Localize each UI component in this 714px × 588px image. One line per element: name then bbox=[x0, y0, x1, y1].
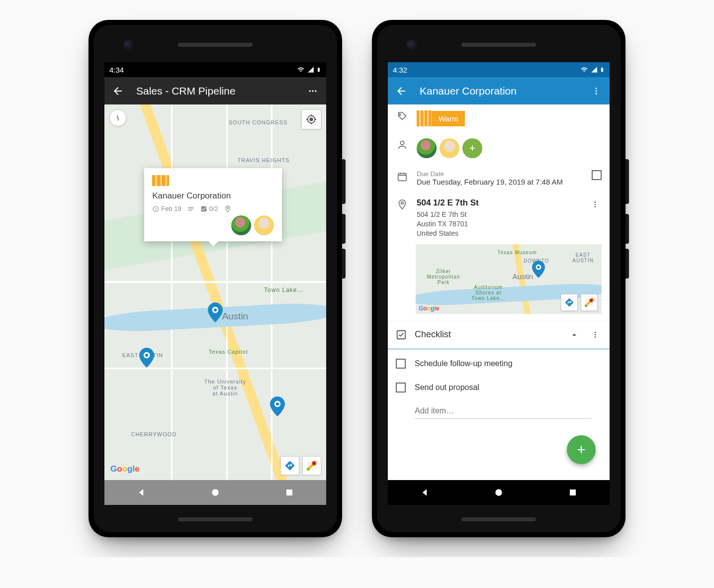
status-time: 4:34 bbox=[109, 66, 124, 74]
due-date-checkbox[interactable] bbox=[592, 170, 602, 180]
svg-point-23 bbox=[401, 202, 404, 204]
address-title: 504 1/2 E 7th St bbox=[417, 198, 581, 208]
detail-body: Warm + Due Date bbox=[388, 104, 610, 480]
arrow-back-icon bbox=[112, 85, 124, 97]
members-row: + bbox=[388, 132, 610, 164]
checklist-more-button[interactable] bbox=[589, 328, 602, 341]
map-label-austin: Austin bbox=[222, 311, 248, 322]
google-maps-icon bbox=[584, 297, 594, 307]
map-pin-austin[interactable] bbox=[208, 302, 223, 322]
status-bar: 4:34 bbox=[104, 62, 326, 77]
nav-recents-button[interactable] bbox=[566, 486, 579, 499]
svg-point-18 bbox=[596, 90, 597, 92]
nav-recents-button[interactable] bbox=[283, 486, 296, 499]
checklist-header[interactable]: Checklist bbox=[388, 321, 610, 348]
add-checklist-input[interactable] bbox=[415, 403, 592, 419]
checklist-checkbox[interactable] bbox=[396, 359, 406, 369]
google-maps-icon bbox=[306, 460, 317, 471]
app-bar: Kanauer Corporation bbox=[388, 77, 610, 104]
battery-icon bbox=[600, 66, 605, 74]
checklist-checkbox[interactable] bbox=[396, 383, 406, 392]
card-title: Kanauer Corporation bbox=[152, 191, 274, 201]
google-attribution: Google bbox=[419, 305, 439, 312]
svg-point-31 bbox=[591, 299, 592, 301]
checklist-collapse-button[interactable] bbox=[568, 328, 581, 341]
status-color-chip bbox=[152, 175, 169, 186]
svg-point-14 bbox=[313, 463, 315, 465]
mini-map[interactable]: Texas Museum DOWNTO EAST AUSTIN Austin Z… bbox=[416, 244, 602, 314]
more-button[interactable] bbox=[590, 85, 603, 98]
svg-point-36 bbox=[495, 489, 502, 495]
map-pin-south[interactable] bbox=[270, 396, 285, 416]
nav-home-button[interactable] bbox=[492, 486, 505, 499]
more-vert-icon bbox=[591, 200, 599, 208]
location-icon bbox=[224, 205, 231, 212]
map-label-cherrywood: CHERRYWOOD bbox=[131, 431, 177, 437]
compass-button[interactable] bbox=[109, 109, 126, 126]
map-pin-east-austin[interactable] bbox=[139, 348, 154, 368]
due-date-row[interactable]: Due Date Due Tuesday, February 19, 2019 … bbox=[388, 164, 610, 192]
map-label-town-lake: Town Lake... bbox=[264, 287, 303, 294]
avatar bbox=[231, 215, 251, 235]
directions-button[interactable] bbox=[280, 456, 299, 475]
wifi-icon bbox=[296, 66, 305, 73]
avatar[interactable] bbox=[440, 138, 459, 158]
google-attribution: Google bbox=[110, 464, 140, 474]
mini-label-austin: Austin bbox=[512, 272, 533, 281]
open-google-maps-button[interactable] bbox=[302, 456, 321, 475]
map-info-card[interactable]: Kanauer Corporation Feb 19 0/2 bbox=[144, 168, 282, 241]
address-more-button[interactable] bbox=[589, 198, 602, 211]
due-date-value: Due Tuesday, February 19, 2019 at 7:48 A… bbox=[417, 178, 584, 186]
checklist-label: Send out proposal bbox=[415, 383, 479, 392]
android-nav-bar bbox=[104, 480, 326, 505]
svg-point-2 bbox=[315, 90, 316, 92]
address-line1: 504 1/2 E 7th St bbox=[417, 210, 581, 219]
page-title: Kanauer Corporation bbox=[420, 85, 578, 97]
svg-point-4 bbox=[214, 308, 217, 311]
nav-back-button[interactable] bbox=[418, 486, 431, 499]
wifi-icon bbox=[580, 66, 589, 73]
svg-point-28 bbox=[537, 266, 539, 268]
card-task-count: 0/2 bbox=[209, 205, 218, 212]
app-bar: Sales - CRM Pipeline bbox=[104, 77, 326, 104]
status-time: 4:32 bbox=[393, 66, 407, 74]
svg-point-21 bbox=[400, 141, 404, 145]
status-badge[interactable]: Warm bbox=[417, 110, 602, 126]
directions-button[interactable] bbox=[561, 294, 578, 311]
crosshair-icon bbox=[306, 114, 317, 125]
svg-point-26 bbox=[595, 206, 596, 207]
address-line3: United States bbox=[417, 229, 581, 238]
back-button[interactable] bbox=[395, 85, 408, 98]
fab-add-button[interactable]: + bbox=[567, 435, 596, 464]
due-date-label: Due Date bbox=[417, 170, 584, 178]
checklist-item[interactable]: Schedule follow-up meeting bbox=[388, 352, 610, 376]
mini-label-east-austin: EAST AUSTIN bbox=[564, 252, 602, 263]
mini-label-zilker: Zilker Metropolitan Park bbox=[427, 269, 460, 285]
android-nav-bar bbox=[388, 480, 610, 505]
avatar[interactable] bbox=[417, 138, 437, 158]
status-icons bbox=[580, 66, 605, 74]
more-button[interactable] bbox=[306, 85, 319, 98]
map-label-capitol: Texas Capitol bbox=[209, 349, 248, 355]
page-title: Sales - CRM Pipeline bbox=[136, 85, 294, 97]
svg-point-0 bbox=[309, 90, 311, 92]
address-row[interactable]: 504 1/2 E 7th St 504 1/2 E 7th St Austin… bbox=[388, 192, 610, 244]
address-line2: Austin TX 78701 bbox=[417, 219, 581, 229]
location-icon bbox=[397, 199, 408, 210]
status-bar: 4:32 bbox=[388, 62, 610, 77]
back-button[interactable] bbox=[111, 85, 124, 98]
checklist-item[interactable]: Send out proposal bbox=[388, 376, 610, 399]
open-google-maps-button[interactable] bbox=[581, 294, 598, 311]
svg-rect-22 bbox=[398, 174, 407, 181]
phone-frame-left: 4:34 Sales - CRM Pipeline bbox=[89, 20, 342, 537]
checklist-icon bbox=[200, 205, 207, 212]
checklist-label: Schedule follow-up meeting bbox=[415, 359, 513, 368]
map-view[interactable]: SOUTH CONGRESS TRAVIS HEIGHTS Austin Tow… bbox=[104, 104, 326, 480]
nav-home-button[interactable] bbox=[209, 486, 222, 499]
add-member-button[interactable]: + bbox=[462, 138, 482, 158]
svg-point-35 bbox=[595, 336, 596, 338]
clock-icon bbox=[152, 205, 159, 212]
locate-button[interactable] bbox=[301, 109, 321, 129]
nav-back-button[interactable] bbox=[135, 486, 148, 499]
svg-marker-10 bbox=[117, 114, 118, 118]
